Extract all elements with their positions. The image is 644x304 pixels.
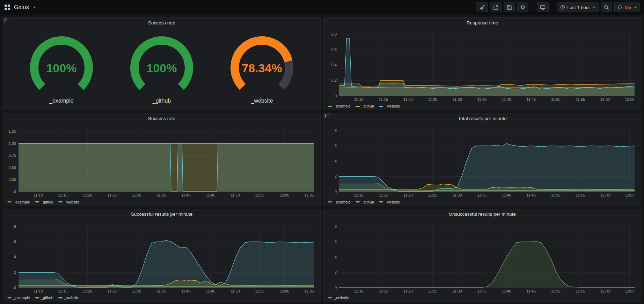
svg-text:11:35: 11:35: [157, 193, 166, 197]
svg-text:11:50: 11:50: [551, 193, 561, 197]
dashboard-caret-icon[interactable]: [33, 7, 36, 8]
legend-label: _github: [41, 296, 53, 300]
svg-text:8: 8: [335, 224, 337, 228]
svg-text:4: 4: [335, 255, 337, 259]
svg-text:11:55: 11:55: [576, 97, 585, 102]
svg-text:11:45: 11:45: [527, 97, 536, 102]
gauge-arc: 78.34%: [220, 34, 304, 98]
panel-title[interactable]: Success rate: [3, 113, 320, 123]
svg-text:11:55: 11:55: [576, 289, 585, 293]
panel-title[interactable]: Response time: [324, 18, 641, 28]
chart-area: 00.20.40.60.811:1011:1511:2011:2511:3011…: [324, 28, 641, 102]
legend-item-_github[interactable]: _github: [35, 200, 53, 204]
legend-color-marker: [379, 106, 383, 107]
legend-item-_github[interactable]: _github: [356, 104, 374, 108]
legend-color-marker: [328, 201, 332, 202]
chart-legend: _example _github _website: [3, 294, 320, 302]
navbar: Gatus: [0, 0, 644, 15]
svg-text:1.25: 1.25: [9, 129, 16, 134]
legend-item-_website[interactable]: _website: [58, 200, 79, 204]
panel-info-icon[interactable]: i: [324, 113, 331, 120]
refresh-button[interactable]: 1m: [614, 2, 640, 12]
gauge-_example: 100% _example: [20, 34, 103, 104]
legend-item-_github[interactable]: _github: [356, 200, 374, 204]
svg-text:11:35: 11:35: [477, 193, 487, 197]
legend-item-_example[interactable]: _example: [7, 296, 30, 300]
panel-info-icon[interactable]: i: [3, 18, 10, 25]
legend-item-_website[interactable]: _website: [58, 296, 79, 300]
svg-text:8: 8: [14, 224, 16, 228]
legend-item-_website[interactable]: _website: [328, 296, 349, 300]
unsuccessful-results-chart[interactable]: 0246811:1011:1511:2011:2511:3011:3511:40…: [325, 220, 638, 294]
share-button[interactable]: [490, 2, 502, 12]
zoom-out-icon: [604, 5, 609, 10]
legend-color-marker: [35, 201, 39, 202]
total-results-chart[interactable]: 0246811:1011:1511:2011:2511:3011:3511:40…: [325, 124, 638, 198]
legend-label: _website: [64, 296, 79, 300]
svg-text:11:15: 11:15: [379, 289, 388, 293]
svg-text:4: 4: [14, 255, 16, 259]
svg-text:0.6: 0.6: [331, 47, 337, 52]
legend-label: _github: [361, 104, 374, 108]
add-panel-button[interactable]: [476, 2, 488, 12]
panel-title[interactable]: Unsuccessful results per minute: [324, 209, 641, 219]
legend-item-_github[interactable]: _github: [35, 296, 53, 300]
gauge-label: _example: [49, 98, 73, 104]
svg-text:8: 8: [335, 128, 337, 133]
legend-label: _example: [13, 200, 30, 204]
svg-text:11:10: 11:10: [354, 97, 364, 102]
grafana-menu-icon[interactable]: [4, 4, 10, 10]
save-button[interactable]: [504, 2, 515, 12]
legend-item-_example[interactable]: _example: [7, 200, 30, 204]
legend-color-marker: [7, 297, 12, 298]
legend-item-_website[interactable]: _website: [379, 104, 400, 108]
success-rate-chart[interactable]: 00.250.500.751.001.2511:1011:1511:2011:2…: [5, 124, 317, 198]
chart-area: 0246811:1011:1511:2011:2511:3011:3511:40…: [324, 123, 641, 198]
gauge-arc: 100%: [120, 34, 204, 98]
svg-text:11:50: 11:50: [551, 289, 561, 293]
svg-text:1.00: 1.00: [9, 141, 16, 146]
gauge-arc: 100%: [20, 34, 103, 98]
svg-text:11:35: 11:35: [157, 289, 166, 293]
chart-area: 0246811:1011:1511:2011:2511:3011:3511:40…: [324, 219, 641, 294]
panel-unsuccessful-results: Unsuccessful results per minute 0246811:…: [323, 209, 641, 302]
legend-item-_website[interactable]: _website: [379, 200, 400, 204]
svg-text:11:45: 11:45: [527, 193, 536, 197]
legend-item-_example[interactable]: _example: [328, 200, 351, 204]
panel-title[interactable]: Total results per minute: [324, 113, 641, 123]
legend-label: _website: [385, 200, 400, 204]
svg-text:11:30: 11:30: [132, 193, 141, 197]
time-picker-button[interactable]: Last 1 hour: [557, 2, 599, 12]
zoom-out-button[interactable]: [601, 2, 612, 12]
svg-text:11:25: 11:25: [428, 289, 438, 293]
panel-success-rate-gauges: i Success rate 100% _example 100% _githu…: [3, 17, 321, 110]
svg-text:0: 0: [335, 94, 337, 98]
svg-text:2: 2: [335, 174, 337, 178]
svg-text:11:35: 11:35: [477, 97, 487, 102]
svg-text:0.8: 0.8: [331, 32, 337, 36]
chart-legend: _example _github _website: [324, 198, 641, 206]
svg-text:4: 4: [335, 159, 337, 163]
chart-area: 00.250.500.751.001.2511:1011:1511:2011:2…: [3, 123, 320, 198]
gauge-_website: 78.34% _website: [220, 34, 304, 104]
legend-label: _github: [41, 200, 53, 204]
panel-title[interactable]: Success rate: [3, 18, 320, 28]
svg-text:0.50: 0.50: [9, 165, 16, 170]
svg-text:11:20: 11:20: [403, 289, 413, 293]
svg-text:11:45: 11:45: [206, 289, 215, 293]
response-time-chart[interactable]: 00.20.40.60.811:1011:1511:2011:2511:3011…: [325, 28, 638, 102]
svg-text:0: 0: [14, 190, 16, 194]
svg-text:11:50: 11:50: [551, 97, 561, 102]
refresh-icon: [617, 5, 622, 10]
dashboard-title[interactable]: Gatus: [14, 4, 29, 10]
panel-title[interactable]: Successful results per minute: [3, 209, 320, 219]
legend-color-marker: [356, 201, 360, 202]
successful-results-chart[interactable]: 0246811:1011:1511:2011:2511:3011:3511:40…: [5, 220, 317, 294]
legend-item-_example[interactable]: _example: [328, 104, 351, 108]
refresh-caret-icon: [634, 7, 637, 8]
svg-text:11:50: 11:50: [230, 193, 240, 197]
cycle-view-button[interactable]: [537, 2, 549, 12]
dashboard-settings-button[interactable]: ⚙: [517, 2, 528, 12]
svg-text:12:05: 12:05: [304, 193, 314, 197]
svg-text:11:55: 11:55: [255, 289, 265, 293]
